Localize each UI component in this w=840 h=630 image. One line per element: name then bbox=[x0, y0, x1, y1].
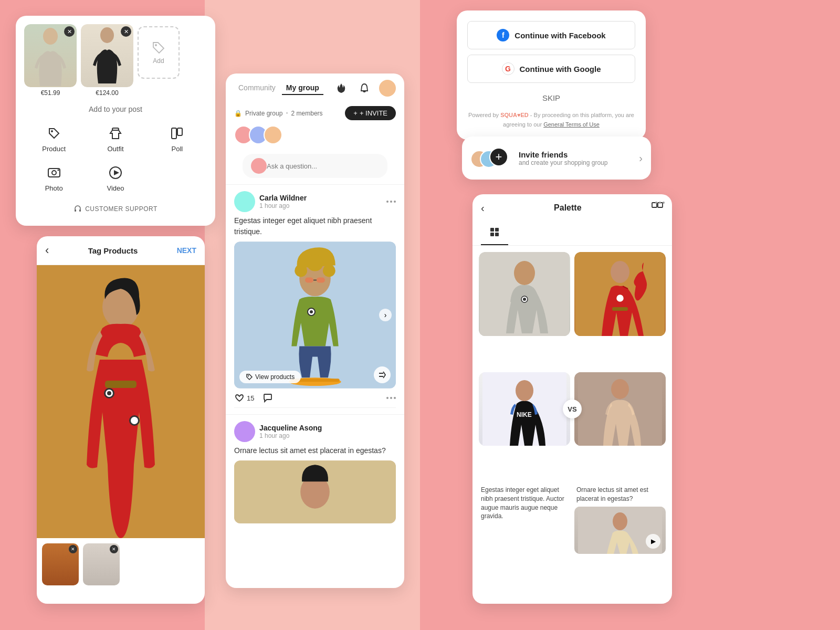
post1-image: View products › bbox=[234, 242, 396, 388]
product2-close-icon[interactable]: ✕ bbox=[121, 26, 131, 37]
bell-icon bbox=[359, 82, 370, 94]
community-card: Community My group 🔒 Priva bbox=[226, 74, 404, 588]
product1-close-icon[interactable]: ✕ bbox=[64, 26, 75, 37]
video-option-icon bbox=[106, 163, 125, 182]
user-avatar[interactable] bbox=[379, 80, 396, 97]
vs-badge: VS bbox=[563, 400, 582, 418]
palette-back-button[interactable]: ‹ bbox=[481, 202, 485, 214]
photo-option-icon bbox=[45, 163, 64, 182]
palette-more-dots[interactable] bbox=[655, 202, 665, 204]
svg-point-39 bbox=[523, 298, 526, 301]
tag-dot-1[interactable] bbox=[104, 388, 114, 398]
product2-image-wrap: ✕ bbox=[81, 24, 133, 87]
like-button[interactable]: 15 bbox=[234, 393, 254, 403]
thumb-2[interactable]: ✕ bbox=[83, 543, 120, 585]
svg-point-8 bbox=[52, 171, 56, 175]
tab-my-group[interactable]: My group bbox=[282, 81, 323, 95]
customer-support-text: CUSTOMER SUPPORT bbox=[85, 205, 158, 213]
invite-plus-icon: + bbox=[353, 109, 358, 117]
member-avatars-row bbox=[226, 125, 404, 150]
facebook-login-button[interactable]: f Continue with Facebook bbox=[467, 21, 635, 49]
palette-image-1 bbox=[479, 252, 570, 336]
lock-icon: 🔒 bbox=[234, 110, 242, 117]
skip-button[interactable]: SKIP bbox=[467, 88, 635, 108]
red-dress-figure bbox=[37, 265, 205, 538]
svg-point-51 bbox=[613, 512, 627, 530]
option-outfit-label: Outfit bbox=[107, 145, 123, 153]
tag-products-card: ‹ Tag Products NEXT bbox=[37, 236, 205, 604]
invite-avatars-group: + bbox=[470, 145, 512, 171]
bell-icon-button[interactable] bbox=[356, 80, 373, 97]
tab-community[interactable]: Community bbox=[234, 81, 280, 95]
palette-text-2: Ornare lectus sit amet est placerat in e… bbox=[574, 482, 666, 507]
author1-avatar bbox=[234, 191, 255, 212]
author1-name: Carla Wildner bbox=[259, 194, 307, 202]
social-login-card: f Continue with Facebook G Continue with… bbox=[457, 10, 646, 140]
palette-vs-lady-left: NIKE bbox=[479, 372, 570, 446]
svg-rect-6 bbox=[177, 128, 182, 135]
ask-question-wrapper bbox=[226, 150, 404, 184]
tag-products-back-icon[interactable]: ‹ bbox=[45, 244, 49, 257]
comment-icon bbox=[262, 393, 273, 403]
grid-icon bbox=[489, 227, 500, 237]
palette-vs-section: NIKE VS bbox=[479, 372, 666, 478]
google-login-button[interactable]: G Continue with Google bbox=[467, 55, 635, 83]
option-poll[interactable]: Poll bbox=[148, 120, 207, 157]
flame-icon-button[interactable] bbox=[333, 80, 350, 97]
svg-rect-23 bbox=[317, 277, 325, 282]
group-separator: • bbox=[286, 110, 288, 117]
invite-button[interactable]: + + INVITE bbox=[345, 106, 396, 120]
svg-text:NIKE: NIKE bbox=[517, 411, 532, 418]
ask-question-bar[interactable] bbox=[243, 154, 387, 178]
post2-time: 1 hour ago bbox=[259, 432, 322, 439]
svg-rect-13 bbox=[79, 209, 81, 212]
product-tag-icon bbox=[47, 126, 61, 141]
svg-rect-22 bbox=[305, 277, 313, 282]
thumb-1[interactable]: ✕ bbox=[42, 543, 79, 585]
add-product-button[interactable]: Add bbox=[138, 26, 180, 79]
svg-point-41 bbox=[611, 261, 629, 283]
palette-tab-grid[interactable] bbox=[481, 222, 508, 245]
product-dot-post1[interactable] bbox=[307, 308, 316, 316]
post1-more-icon[interactable] bbox=[386, 201, 396, 203]
option-product[interactable]: Product bbox=[24, 120, 83, 157]
view-products-button[interactable]: View products bbox=[239, 371, 301, 383]
play-button[interactable]: ▶ bbox=[646, 534, 660, 549]
tag-products-image bbox=[37, 265, 205, 538]
product2-price: €124.00 bbox=[96, 89, 118, 97]
product1-image-wrap: ✕ bbox=[24, 24, 77, 87]
post1-actions: 15 bbox=[234, 388, 396, 408]
option-video[interactable]: Video bbox=[86, 159, 145, 196]
invite-arrow-icon[interactable]: › bbox=[639, 152, 643, 164]
headphones-icon bbox=[74, 205, 82, 213]
thumb2-close-icon[interactable]: ✕ bbox=[110, 545, 118, 553]
ask-question-input[interactable] bbox=[267, 162, 379, 170]
invite-label: + INVITE bbox=[360, 109, 387, 117]
tag-products-next-button[interactable]: NEXT bbox=[177, 246, 196, 255]
palette-card: ‹ Palette bbox=[472, 194, 672, 604]
option-photo[interactable]: Photo bbox=[24, 159, 83, 196]
tag-dot-2[interactable] bbox=[129, 415, 140, 426]
option-outfit[interactable]: Outfit bbox=[86, 120, 145, 157]
post1-actions-more[interactable] bbox=[386, 397, 396, 399]
svg-rect-33 bbox=[495, 228, 499, 232]
share-button[interactable] bbox=[374, 366, 391, 383]
comment-button[interactable] bbox=[262, 393, 273, 403]
customer-support-link[interactable]: CUSTOMER SUPPORT bbox=[16, 198, 215, 215]
svg-marker-11 bbox=[114, 170, 119, 175]
terms-link[interactable]: General Terms of Use bbox=[543, 121, 600, 128]
palette-lady-red bbox=[574, 252, 666, 336]
option-product-label: Product bbox=[42, 145, 66, 153]
svg-rect-12 bbox=[75, 209, 76, 212]
post2-image-partial bbox=[234, 460, 396, 523]
post2-author-details: Jacqueline Asong 1 hour ago bbox=[259, 424, 322, 439]
thumb1-close-icon[interactable]: ✕ bbox=[69, 545, 77, 553]
palette-vs-left: NIKE bbox=[479, 372, 570, 446]
post1-next-arrow[interactable]: › bbox=[379, 309, 392, 321]
tag-sm-icon bbox=[246, 373, 253, 381]
group-members-text: 2 members bbox=[291, 110, 323, 117]
product-option-icon bbox=[45, 124, 64, 143]
post2-text: Ornare lectus sit amet est placerat in e… bbox=[234, 445, 396, 456]
svg-rect-42 bbox=[612, 307, 628, 311]
svg-rect-34 bbox=[490, 233, 494, 236]
